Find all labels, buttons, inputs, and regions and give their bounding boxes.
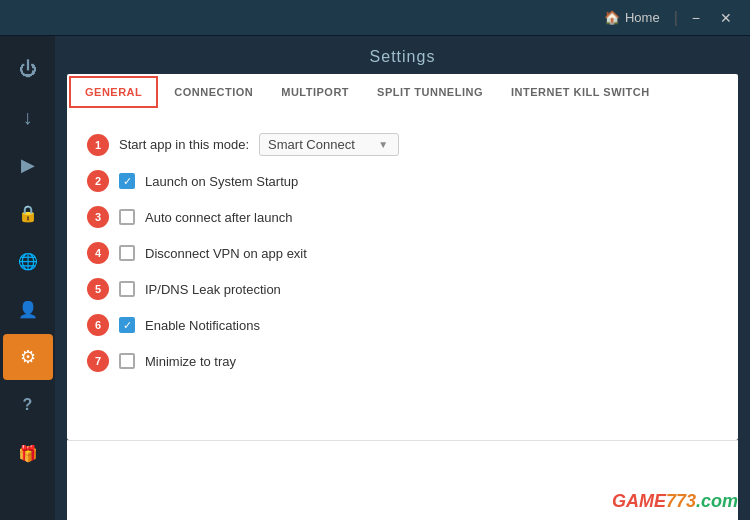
divider: | (674, 9, 678, 27)
setting-number-6: 6 (87, 314, 109, 336)
sidebar-item-help[interactable]: ? (3, 382, 53, 428)
settings-panel: 1 Start app in this mode: Smart Connect … (67, 110, 738, 440)
sidebar: ⏻ ↓ ▶ 🔒 🌐 👤 ⚙ ? 🎁 (0, 36, 55, 520)
tab-general[interactable]: GENERAL (69, 76, 158, 108)
checkbox-auto-connect[interactable] (119, 209, 135, 225)
home-label: Home (625, 10, 660, 25)
label-disconnect-vpn: Disconnect VPN on app exit (145, 246, 718, 261)
setting-number-1: 1 (87, 134, 109, 156)
sidebar-item-user[interactable]: 👤 (3, 286, 53, 332)
title-bar: 🏠 Home | − ✕ (0, 0, 750, 36)
help-icon: ? (23, 396, 33, 414)
settings-icon: ⚙ (20, 346, 36, 368)
gift-icon: 🎁 (18, 444, 38, 463)
setting-row-5: 5 IP/DNS Leak protection (87, 271, 718, 307)
sidebar-item-lock[interactable]: 🔒 (3, 190, 53, 236)
watermark: GAME773.com (612, 491, 738, 512)
setting-row-6: 6 ✓ Enable Notifications (87, 307, 718, 343)
setting-number-2: 2 (87, 170, 109, 192)
minimize-button[interactable]: − (682, 7, 710, 29)
tab-split-tunneling[interactable]: SPLIT TUNNELING (363, 78, 497, 106)
home-button[interactable]: 🏠 Home (594, 6, 670, 29)
mode-select[interactable]: Smart Connect ▼ (259, 133, 399, 156)
mode-select-value: Smart Connect (268, 137, 370, 152)
label-ip-dns-leak: IP/DNS Leak protection (145, 282, 718, 297)
label-launch-startup: Launch on System Startup (145, 174, 718, 189)
lock-icon: 🔒 (18, 204, 38, 223)
sidebar-item-download[interactable]: ↓ (3, 94, 53, 140)
sidebar-item-power[interactable]: ⏻ (3, 46, 53, 92)
ip-icon: 🌐 (18, 252, 38, 271)
tabs-container: GENERAL CONNECTION MULTIPORT SPLIT TUNNE… (67, 74, 738, 110)
sidebar-item-ip[interactable]: 🌐 (3, 238, 53, 284)
sidebar-item-gift[interactable]: 🎁 (3, 430, 53, 476)
watermark-part1: GAME (612, 491, 666, 511)
setting-number-5: 5 (87, 278, 109, 300)
sidebar-item-play[interactable]: ▶ (3, 142, 53, 188)
setting-number-4: 4 (87, 242, 109, 264)
close-button[interactable]: ✕ (710, 7, 742, 29)
setting-row-4: 4 Disconnect VPN on app exit (87, 235, 718, 271)
watermark-part3: .com (696, 491, 738, 511)
setting-row-1: 1 Start app in this mode: Smart Connect … (87, 126, 718, 163)
checkbox-launch-startup[interactable]: ✓ (119, 173, 135, 189)
chevron-down-icon: ▼ (378, 139, 388, 150)
checkbox-enable-notifications[interactable]: ✓ (119, 317, 135, 333)
checkbox-disconnect-vpn[interactable] (119, 245, 135, 261)
power-icon: ⏻ (19, 59, 37, 80)
mode-label: Start app in this mode: (119, 137, 249, 152)
setting-row-2: 2 ✓ Launch on System Startup (87, 163, 718, 199)
content-area: Settings GENERAL CONNECTION MULTIPORT SP… (55, 36, 750, 520)
page-title: Settings (55, 36, 750, 74)
setting-row-3: 3 Auto connect after launch (87, 199, 718, 235)
label-minimize-tray: Minimize to tray (145, 354, 718, 369)
setting-number-3: 3 (87, 206, 109, 228)
watermark-part2: 773 (666, 491, 696, 511)
sidebar-item-settings[interactable]: ⚙ (3, 334, 53, 380)
label-auto-connect: Auto connect after launch (145, 210, 718, 225)
label-enable-notifications: Enable Notifications (145, 318, 718, 333)
play-icon: ▶ (21, 154, 35, 176)
tab-internet-kill-switch[interactable]: INTERNET KILL SWITCH (497, 78, 664, 106)
checkbox-ip-dns-leak[interactable] (119, 281, 135, 297)
checkbox-minimize-tray[interactable] (119, 353, 135, 369)
app-layout: ⏻ ↓ ▶ 🔒 🌐 👤 ⚙ ? 🎁 Settings GENER (0, 36, 750, 520)
setting-number-7: 7 (87, 350, 109, 372)
user-icon: 👤 (18, 300, 38, 319)
tab-connection[interactable]: CONNECTION (160, 78, 267, 106)
download-icon: ↓ (23, 106, 33, 129)
home-icon: 🏠 (604, 10, 620, 25)
setting-row-7: 7 Minimize to tray (87, 343, 718, 379)
tab-multiport[interactable]: MULTIPORT (267, 78, 363, 106)
